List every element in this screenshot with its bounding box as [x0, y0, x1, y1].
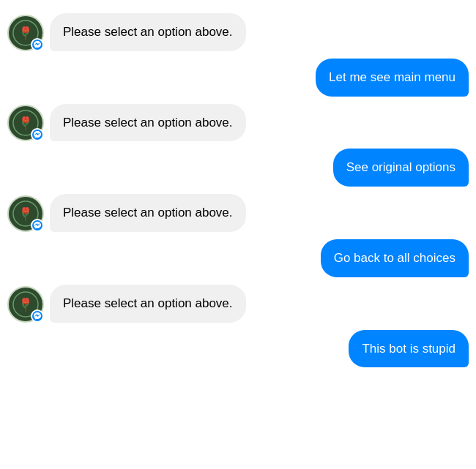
bot-avatar-4 [7, 286, 44, 323]
message-row-6: Go back to all choices [7, 239, 469, 277]
messenger-badge-3 [31, 219, 44, 232]
messenger-badge [31, 38, 44, 51]
message-row-8: This bot is stupid [7, 330, 469, 368]
bot-avatar-3 [7, 195, 44, 232]
message-row-7: Please select an option above. [7, 285, 469, 323]
user-message-2: See original options [333, 149, 469, 187]
message-row-4: See original options [7, 149, 469, 187]
message-row-1: Please select an option above. [7, 13, 469, 51]
messenger-badge-2 [31, 128, 44, 141]
user-message-4: This bot is stupid [349, 330, 469, 368]
bot-message-2: Please select an option above. [50, 104, 246, 142]
bot-message-4: Please select an option above. [50, 285, 246, 323]
message-row-2: Let me see main menu [7, 59, 469, 97]
user-message-1: Let me see main menu [316, 59, 469, 97]
bot-avatar-2 [7, 105, 44, 141]
message-row-3: Please select an option above. [7, 104, 469, 142]
messenger-badge-4 [31, 309, 44, 323]
bot-message-1: Please select an option above. [50, 13, 246, 51]
bot-message-3: Please select an option above. [50, 194, 246, 232]
message-row-5: Please select an option above. [7, 194, 469, 232]
bot-avatar [7, 15, 44, 51]
user-message-3: Go back to all choices [321, 239, 469, 277]
